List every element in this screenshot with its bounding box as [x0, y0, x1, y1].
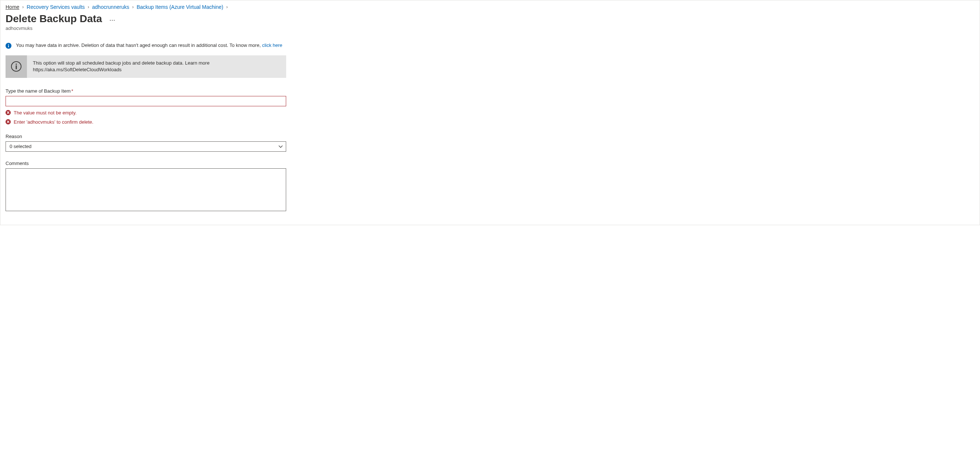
chevron-right-icon: › — [132, 5, 134, 10]
error-icon — [6, 110, 11, 115]
svg-rect-5 — [16, 64, 17, 65]
stop-backup-warning-banner: This option will stop all scheduled back… — [6, 56, 286, 78]
reason-label: Reason — [6, 134, 286, 139]
stop-backup-warning-text: This option will stop all scheduled back… — [27, 56, 215, 78]
breadcrumb: Home › Recovery Services vaults › adhocr… — [6, 4, 974, 10]
chevron-right-icon: › — [226, 5, 228, 10]
banner-icon-box — [6, 56, 27, 78]
more-actions-button[interactable]: ⋯ — [108, 16, 117, 25]
click-here-link[interactable]: click here — [262, 43, 283, 48]
comments-textarea[interactable] — [6, 168, 286, 211]
backup-item-name-input[interactable] — [6, 96, 286, 106]
breadcrumb-adhocrunneruks[interactable]: adhocrunneruks — [92, 4, 129, 10]
chevron-right-icon: › — [22, 5, 24, 10]
validation-error-confirm: Enter 'adhocvmuks' to confirm delete. — [6, 119, 286, 125]
validation-error-empty: The value must not be empty. — [6, 110, 286, 116]
page-title: Delete Backup Data — [6, 13, 102, 25]
backup-item-name-label: Type the name of Backup Item* — [6, 88, 286, 94]
info-outline-icon — [11, 61, 22, 72]
archive-cost-info-banner: You may have data in archive. Deletion o… — [6, 42, 286, 49]
breadcrumb-home[interactable]: Home — [6, 4, 19, 10]
breadcrumb-recovery-services-vaults[interactable]: Recovery Services vaults — [27, 4, 84, 10]
svg-rect-1 — [8, 45, 9, 47]
required-indicator: * — [71, 88, 73, 94]
svg-rect-2 — [8, 44, 9, 45]
archive-cost-info-text: You may have data in archive. Deletion o… — [16, 42, 283, 49]
breadcrumb-backup-items[interactable]: Backup Items (Azure Virtual Machine) — [137, 4, 223, 10]
error-icon — [6, 119, 11, 124]
info-icon — [6, 43, 11, 49]
comments-label: Comments — [6, 161, 286, 166]
reason-dropdown[interactable]: 0 selected — [6, 142, 286, 152]
chevron-right-icon: › — [88, 5, 89, 10]
page-subtitle: adhocvmuks — [6, 25, 974, 31]
svg-rect-4 — [16, 66, 17, 69]
